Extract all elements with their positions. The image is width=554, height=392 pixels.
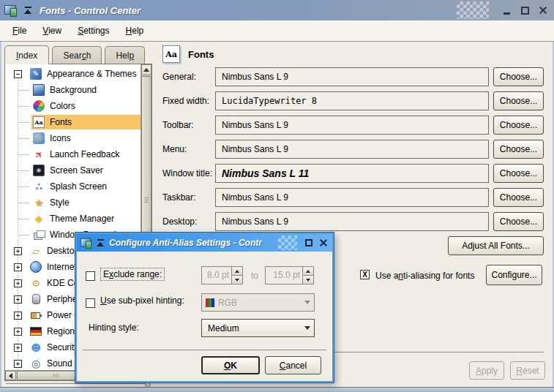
menu-view[interactable]: View bbox=[34, 23, 70, 39]
ok-button[interactable]: OK bbox=[201, 356, 260, 374]
exclude-range-label[interactable]: Exclude range: bbox=[100, 268, 165, 281]
peripherals-icon bbox=[30, 293, 42, 305]
tab-help[interactable]: Help bbox=[105, 46, 145, 64]
power-control-icon bbox=[30, 309, 42, 321]
general-font-preview: Nimbus Sans L 9 bbox=[215, 67, 489, 86]
exclude-from-value: 8.0 pt bbox=[202, 267, 231, 284]
tree-item-fonts[interactable]: AaFonts bbox=[5, 114, 141, 130]
choose-window-title-button[interactable]: Choose... bbox=[493, 164, 544, 183]
dialog-separator bbox=[83, 350, 326, 350]
tree-item-launch-feedback[interactable]: ✈Launch Feedback bbox=[5, 146, 141, 162]
exclude-range-checkbox[interactable] bbox=[86, 271, 95, 281]
spin-down-icon bbox=[303, 276, 313, 284]
menu-font-preview: Nimbus Sans L 9 bbox=[215, 140, 489, 159]
use-anti-aliasing-checkbox[interactable]: X bbox=[360, 270, 370, 279]
tree-item-style[interactable]: ★Style bbox=[5, 195, 141, 211]
menu-help[interactable]: Help bbox=[118, 23, 152, 39]
maximize-button[interactable] bbox=[518, 4, 531, 17]
tree-item-screen-saver[interactable]: ◉Screen Saver bbox=[5, 162, 141, 178]
choose-fixed-width-button[interactable]: Choose... bbox=[493, 91, 544, 110]
tree-item-colors[interactable]: Colors bbox=[5, 98, 141, 114]
close-button[interactable] bbox=[536, 4, 550, 17]
apply-button: Apply bbox=[469, 361, 504, 380]
panel-header: Aa Fonts bbox=[162, 44, 214, 64]
expand-expander-icon[interactable] bbox=[14, 247, 22, 255]
adjust-all-fonts-button[interactable]: Adjust All Fonts... bbox=[448, 236, 544, 255]
titlebar[interactable]: Fonts - Control Center bbox=[0, 0, 554, 20]
minimize-button[interactable] bbox=[500, 4, 513, 17]
style-icon: ★ bbox=[33, 197, 45, 208]
scroll-left-icon[interactable] bbox=[5, 371, 16, 380]
taskbar-font-preview: Nimbus Sans L 9 bbox=[215, 188, 489, 207]
font-row-desktop: Desktop: Nimbus Sans L 9 Choose... bbox=[162, 212, 544, 231]
window-title: Fonts - Control Center bbox=[40, 5, 457, 16]
hinting-style-dropdown[interactable]: Medium bbox=[201, 319, 315, 337]
expand-expander-icon[interactable] bbox=[14, 312, 22, 320]
tree-item-icons[interactable]: ★Icons bbox=[5, 130, 141, 146]
shade-icon[interactable] bbox=[23, 6, 32, 15]
choose-menu-button[interactable]: Choose... bbox=[493, 140, 544, 159]
toolbar-font-preview: Nimbus Sans L 9 bbox=[215, 116, 489, 135]
scroll-up-icon[interactable] bbox=[141, 64, 151, 75]
font-row-fixed-width: Fixed width: LucidaTypewriter 8 Choose..… bbox=[162, 91, 544, 110]
tab-index[interactable]: Index bbox=[4, 45, 49, 64]
font-row-toolbar: Toolbar: Nimbus Sans L 9 Choose... bbox=[162, 116, 544, 135]
regional-icon bbox=[30, 327, 42, 336]
dialog-close-button[interactable] bbox=[318, 237, 329, 249]
splash-screen-icon: ∴ bbox=[33, 181, 45, 192]
collapse-expander-icon[interactable] bbox=[14, 70, 22, 78]
sub-pixel-type-dropdown: RGB bbox=[201, 293, 315, 312]
tree-item-splash-screen[interactable]: ∴Splash Screen bbox=[5, 178, 141, 195]
fixed-width-font-preview: LucidaTypewriter 8 bbox=[215, 91, 489, 110]
colors-icon bbox=[33, 100, 45, 112]
sub-pixel-type-value: RGB bbox=[218, 298, 237, 308]
maximize-icon bbox=[305, 239, 312, 246]
expand-expander-icon[interactable] bbox=[14, 263, 22, 271]
cancel-button[interactable]: Cancel bbox=[265, 356, 321, 374]
launch-feedback-icon: ✈ bbox=[31, 146, 48, 163]
tree-item-background[interactable]: Background bbox=[5, 82, 141, 98]
internet-icon bbox=[30, 261, 42, 273]
app-icon bbox=[4, 5, 18, 16]
desktop-icon: ▱ bbox=[30, 245, 42, 257]
dialog-shade-icon[interactable] bbox=[96, 238, 105, 247]
sub-pixel-hinting-label[interactable]: Use sub-pixel hinting: bbox=[100, 295, 184, 306]
range-to-label: to bbox=[251, 271, 258, 281]
minimize-icon bbox=[504, 12, 510, 15]
menu-file[interactable]: File bbox=[4, 23, 34, 39]
tree-item-theme-manager[interactable]: ◆Theme Manager bbox=[5, 211, 141, 227]
splitter-grip[interactable] bbox=[6, 383, 145, 385]
icons-icon: ★ bbox=[33, 132, 45, 144]
dialog-mosaic-decoration bbox=[278, 235, 297, 250]
fonts-header-icon: Aa bbox=[162, 45, 180, 63]
configure-anti-aliasing-button[interactable]: Configure... bbox=[486, 265, 542, 285]
kde-components-icon: ⚙ bbox=[30, 277, 42, 289]
tab-search[interactable]: Search bbox=[52, 46, 102, 64]
dialog-app-icon bbox=[81, 238, 92, 248]
choose-taskbar-button[interactable]: Choose... bbox=[493, 188, 544, 207]
dialog-title: Configure Anti-Alias Settings - Contr bbox=[109, 238, 278, 248]
expand-expander-icon[interactable] bbox=[14, 360, 22, 368]
expand-expander-icon[interactable] bbox=[14, 344, 22, 352]
dialog-maximize-button[interactable] bbox=[303, 237, 315, 249]
window-decorations-icon bbox=[33, 229, 45, 241]
chevron-down-icon bbox=[301, 301, 314, 304]
expand-expander-icon[interactable] bbox=[14, 328, 22, 336]
choose-general-button[interactable]: Choose... bbox=[493, 67, 544, 86]
appearance-icon: ✎ bbox=[30, 68, 42, 80]
tree-item-appearance-themes[interactable]: ✎Appearance & Themes bbox=[5, 66, 141, 82]
menu-settings[interactable]: Settings bbox=[70, 23, 117, 39]
expand-expander-icon[interactable] bbox=[14, 295, 22, 304]
background-icon bbox=[33, 84, 45, 96]
choose-toolbar-button[interactable]: Choose... bbox=[493, 116, 544, 135]
desktop-font-preview: Nimbus Sans L 9 bbox=[215, 212, 489, 231]
sub-pixel-hinting-checkbox[interactable] bbox=[86, 298, 95, 308]
spin-up-icon bbox=[232, 267, 242, 276]
choose-desktop-button[interactable]: Choose... bbox=[493, 212, 544, 231]
expand-expander-icon[interactable] bbox=[14, 279, 22, 287]
screen-saver-icon: ◉ bbox=[33, 165, 45, 176]
maximize-icon bbox=[521, 7, 529, 15]
dialog-titlebar[interactable]: Configure Anti-Alias Settings - Contr bbox=[77, 234, 332, 252]
exclude-to-value: 15.0 pt bbox=[266, 267, 302, 284]
selected-tree-item[interactable]: AaFonts bbox=[31, 115, 141, 129]
